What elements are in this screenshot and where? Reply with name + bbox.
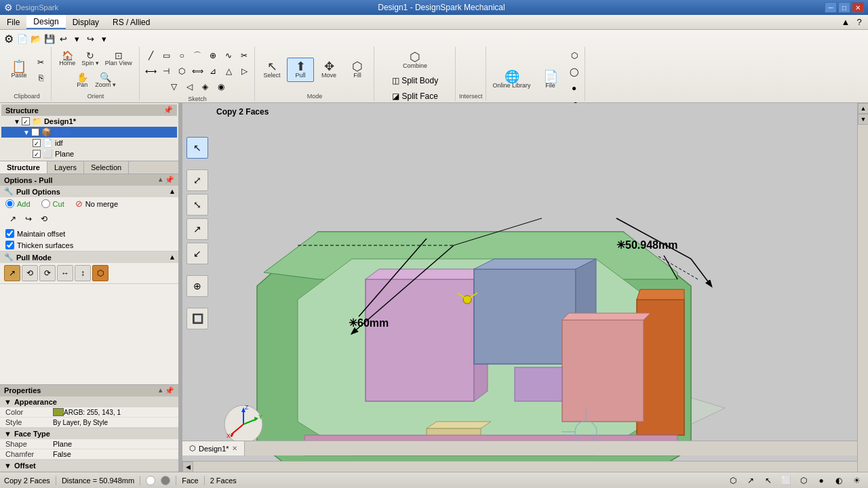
minimize-button[interactable]: ─ [825,2,837,13]
maximize-button[interactable]: □ [838,2,850,13]
status-btn1[interactable]: ⬡ [726,473,741,488]
split-face-button[interactable]: ◪ Split Face [389,89,441,104]
design1-checkbox[interactable] [22,117,30,125]
zoom-button[interactable]: 🔍Zoom ▾ [92,70,119,91]
quick-access-dropdown[interactable]: ▾ [98,33,110,45]
tree-item-design1[interactable]: ▼ 📁 Design1* [1,116,177,127]
copy-button[interactable]: ⎘ [33,70,48,85]
viewport[interactable]: Copy 2 Faces ↖ ⤢ ⤡ ↗ ↙ ⊕ 🔲 [182,103,868,472]
tree-item-solid[interactable]: ▼ 📦 Solid [1,127,177,138]
vp-target-btn[interactable]: ⊕ [186,275,208,297]
tab-structure[interactable]: Structure [0,161,47,174]
menu-display[interactable]: Display [66,15,106,29]
pull-mode-btn3[interactable]: ⟳ [39,265,56,281]
tree-item-plane[interactable]: ⬜ Plane [1,148,177,159]
move-mode-button[interactable]: ✥ Move [315,58,342,82]
help-button[interactable]: ? [853,16,865,28]
sketch-spline-button[interactable]: ∿ [221,48,236,63]
pull-tool1[interactable]: ↗ [5,211,20,226]
status-btn5[interactable]: ⬡ [796,473,811,488]
pull-mode-header[interactable]: 🔧 Pull Mode ▴ [0,251,178,263]
pull-mode-button[interactable]: ⬆ Pull [287,58,314,82]
pull-options-header[interactable]: 🔧 Pull Options ▴ [0,186,178,197]
sketch-line-button[interactable]: ╱ [143,48,158,63]
options-collapse[interactable]: ▴ [159,176,162,184]
menu-file[interactable]: File [0,15,26,29]
maintain-offset-checkbox[interactable] [5,229,14,238]
pull-mode-btn5[interactable]: ↕ [75,265,91,281]
menu-rs-allied[interactable]: RS / Allied [106,15,157,29]
cut-radio[interactable] [41,199,50,208]
open-button[interactable]: 📂 [30,33,42,45]
scroll-down-button[interactable]: ▼ [858,114,868,125]
tab-close-button[interactable]: ✕ [232,445,237,452]
sketch-more3-button[interactable]: ▽ [167,79,182,94]
solid-checkbox[interactable] [31,128,39,136]
status-btn7[interactable]: ◐ [831,473,846,488]
insert-more2-button[interactable]: ◯ [567,64,582,79]
sketch-arc-button[interactable]: ⌒ [190,48,205,63]
pull-tool3[interactable]: ⟲ [37,211,52,226]
sketch-dim-button[interactable]: ⟺ [190,64,205,79]
sketch-constraint-button[interactable]: ⊿ [205,64,220,79]
save-button[interactable]: 💾 [43,33,56,45]
home-view-button[interactable]: 🏠Home [56,49,78,69]
vp-box-btn[interactable]: 🔲 [186,308,208,329]
sketch-circle-button[interactable]: ○ [174,48,189,63]
vp-tool4[interactable]: ↙ [186,243,208,264]
pull-mode-btn4[interactable]: ↔ [57,265,73,281]
vp-tool3[interactable]: ↗ [186,218,208,240]
insert-more1-button[interactable]: ⬡ [567,48,582,63]
tree-item-idf[interactable]: 📄 idf [1,138,177,148]
vertical-scrollbar[interactable]: ▲ ▼ [857,103,868,472]
tab-layers[interactable]: Layers [47,161,84,174]
sketch-project-button[interactable]: ⬡ [174,64,189,79]
split-body-button[interactable]: ◫ Split Body [389,73,441,88]
pull-mode-collapse[interactable]: ▴ [170,253,174,262]
offset-header[interactable]: ▼ Offset [0,460,178,471]
face-type-header[interactable]: ▼ Face Type [0,428,178,439]
cut-button[interactable]: ✂ [33,55,48,70]
appearance-header[interactable]: ▼ Appearance [0,396,178,407]
insert-more3-button[interactable]: ● [567,81,582,96]
structure-pin[interactable]: 📌 [163,106,173,115]
sketch-mirror-button[interactable]: ⊣ [159,64,174,79]
pull-mode-btn6[interactable]: ⬡ [92,265,108,281]
pull-mode-btn1[interactable]: ↗ [4,265,20,281]
sketch-more1-button[interactable]: △ [221,64,236,79]
vp-tool2[interactable]: ⤡ [186,194,208,216]
options-pin[interactable]: 📌 [165,176,174,184]
sketch-offset-button[interactable]: ⟷ [143,64,158,79]
close-button[interactable]: ✕ [852,2,864,13]
sketch-point-button[interactable]: ⊕ [205,48,220,63]
combine-button[interactable]: ⬡ Combine [399,48,431,73]
design1-tab[interactable]: ⬡ Design1* ✕ [182,441,245,455]
pan-button[interactable]: ✋Pan [73,70,92,91]
select-mode-button[interactable]: ↖ Select [258,58,285,82]
pull-options-collapse[interactable]: ▴ [170,187,174,196]
status-btn6[interactable]: ● [814,473,829,488]
status-btn4[interactable]: ⬜ [778,473,793,488]
plane-checkbox[interactable] [33,150,41,158]
scroll-up-button[interactable]: ▲ [858,103,868,114]
horizontal-scrollbar[interactable]: ◀ ▶ [182,461,857,472]
sketch-more5-button[interactable]: ◈ [198,79,213,94]
undo-dropdown[interactable]: ▾ [71,33,83,45]
pull-tool2[interactable]: ↪ [21,211,36,226]
vp-select-btn[interactable]: ↖ [186,137,208,159]
status-btn2[interactable]: ↗ [743,473,758,488]
status-btn3[interactable]: ↖ [761,473,776,488]
help-collapse-button[interactable]: ▲ [840,16,852,28]
thicken-surfaces-checkbox[interactable] [5,241,14,249]
sketch-rect-button[interactable]: ▭ [159,48,174,63]
menu-design[interactable]: Design [26,15,65,29]
plan-view-button[interactable]: ⊡Plan View [102,49,135,69]
new-button[interactable]: 📄 [16,33,28,45]
pull-mode-btn2[interactable]: ⟲ [22,265,38,281]
idf-checkbox[interactable] [33,139,41,147]
online-library-button[interactable]: 🌐 Online Library [490,68,534,92]
vp-tool1[interactable]: ⤢ [186,169,208,191]
props-pin[interactable]: 📌 [165,386,174,395]
sketch-trim-button[interactable]: ✂ [237,48,252,63]
paste-button[interactable]: 📋 Paste [5,58,33,82]
